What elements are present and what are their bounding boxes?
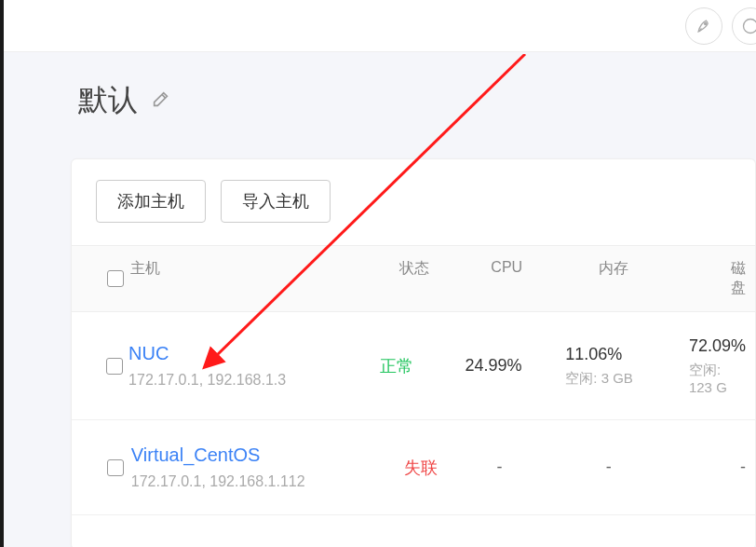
memory-free: 空闲: 3 GB — [565, 370, 689, 388]
topbar — [4, 0, 756, 52]
content: 默认 添加主机 导入主机 主机 状态 CPU 内存 磁盘 — [4, 52, 756, 547]
cpu-value: - — [497, 458, 503, 476]
add-host-button[interactable]: 添加主机 — [96, 180, 206, 223]
host-card: 添加主机 导入主机 主机 状态 CPU 内存 磁盘 NUC — [71, 158, 756, 547]
table-header: 主机 状态 CPU 内存 磁盘 — [72, 245, 755, 312]
svg-point-0 — [705, 22, 707, 24]
disk-percent: - — [740, 458, 746, 476]
col-header-status: 状态 — [399, 259, 491, 298]
edit-icon[interactable] — [151, 89, 171, 113]
select-all-checkbox[interactable] — [107, 270, 124, 287]
status-badge: 失联 — [404, 458, 438, 477]
table-row: NUC 172.17.0.1, 192.168.1.3 正常 24.99% 11… — [72, 312, 755, 420]
row-checkbox[interactable] — [106, 358, 123, 375]
col-header-disk: 磁盘 — [731, 259, 755, 298]
memory-percent: - — [606, 458, 612, 476]
secondary-action-icon[interactable] — [732, 7, 756, 45]
host-name-link[interactable]: Virtual_CentOS — [131, 444, 404, 466]
host-table: 主机 状态 CPU 内存 磁盘 NUC 172.17.0.1, 192.168.… — [72, 245, 755, 515]
rocket-icon[interactable] — [685, 7, 722, 45]
col-header-cpu: CPU — [491, 259, 599, 298]
disk-percent: 72.09% — [689, 336, 746, 356]
table-row: Virtual_CentOS 172.17.0.1, 192.168.1.112… — [72, 420, 755, 515]
page-title-row: 默认 — [78, 80, 756, 121]
card-toolbar: 添加主机 导入主机 — [72, 159, 755, 245]
cpu-value: 24.99% — [465, 356, 521, 375]
import-host-button[interactable]: 导入主机 — [221, 180, 331, 223]
row-checkbox[interactable] — [107, 459, 124, 476]
disk-free: 空闲: 123 G — [689, 362, 746, 395]
memory-percent: 11.06% — [565, 345, 689, 364]
svg-point-1 — [744, 19, 757, 33]
col-header-host: 主机 — [130, 259, 399, 298]
status-badge: 正常 — [380, 357, 413, 376]
host-name-link[interactable]: NUC — [128, 343, 380, 364]
host-ips: 172.17.0.1, 192.168.1.112 — [131, 473, 404, 490]
page-title: 默认 — [78, 80, 138, 121]
host-ips: 172.17.0.1, 192.168.1.3 — [128, 372, 380, 389]
col-header-memory: 内存 — [599, 259, 731, 298]
